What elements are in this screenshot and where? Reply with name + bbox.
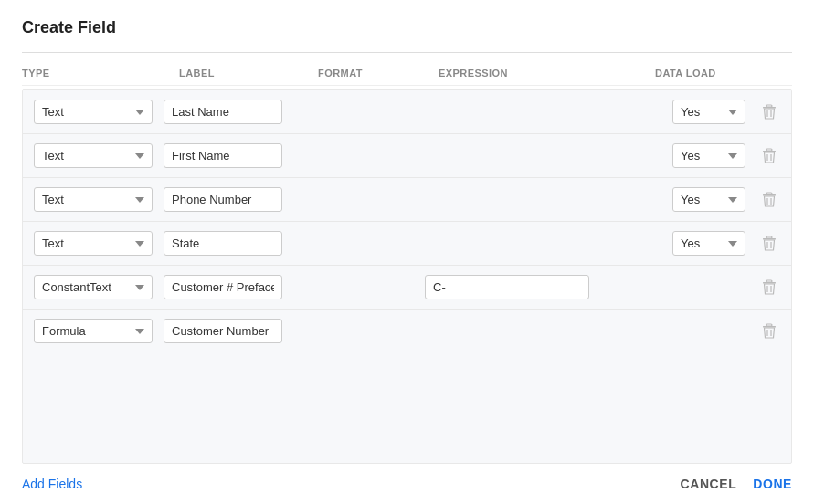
type-select-3[interactable]: TextConstantTextFormulaNumberDate [34, 187, 153, 212]
table-header: TYPE LABEL FORMAT EXPRESSION DATA LOAD [22, 60, 792, 86]
svg-rect-21 [763, 326, 776, 328]
type-select-4[interactable]: TextConstantTextFormulaNumberDate [34, 231, 153, 256]
table-row: TextConstantTextFormulaNumberDateYesNo [23, 178, 791, 222]
svg-rect-16 [766, 280, 772, 282]
dataload-cell-6 [672, 321, 780, 341]
dataload-select-4[interactable]: YesNo [672, 231, 745, 256]
delete-button-6[interactable] [758, 321, 780, 341]
delete-button-4[interactable] [758, 234, 780, 254]
label-input-1[interactable] [164, 100, 282, 124]
header-label: LABEL [179, 68, 215, 79]
svg-rect-13 [763, 238, 776, 240]
table-row: TextConstantTextFormulaNumberDate [23, 266, 791, 310]
label-input-6[interactable] [164, 319, 282, 343]
dataload-cell-1: YesNo [672, 100, 780, 124]
label-input-4[interactable] [164, 231, 282, 256]
table-row: TextConstantTextFormulaNumberDateYesNo [23, 134, 791, 178]
footer: Add Fields CANCEL DONE [22, 464, 792, 504]
dataload-cell-4: YesNo [672, 231, 780, 256]
table-row: TextConstantTextFormulaNumberDateYesNo [23, 222, 791, 266]
svg-rect-4 [766, 149, 772, 151]
svg-rect-12 [766, 236, 772, 238]
type-select-5[interactable]: TextConstantTextFormulaNumberDate [34, 275, 153, 299]
dataload-cell-3: YesNo [672, 187, 780, 212]
svg-rect-1 [763, 107, 776, 109]
header-dataload: DATA LOAD [655, 68, 716, 79]
type-select-1[interactable]: TextConstantTextFormulaNumberDate [34, 100, 153, 124]
dataload-cell-2: YesNo [672, 143, 780, 168]
delete-button-1[interactable] [758, 102, 780, 122]
cancel-button[interactable]: CANCEL [681, 477, 737, 491]
svg-rect-5 [763, 151, 776, 152]
dataload-select-1[interactable]: YesNo [672, 100, 745, 124]
rows-area: TextConstantTextFormulaNumberDateYesNo T… [22, 89, 792, 464]
dataload-select-2[interactable]: YesNo [672, 143, 745, 168]
table-row: TextConstantTextFormulaNumberDate [23, 310, 791, 352]
label-input-2[interactable] [164, 143, 282, 168]
footer-actions: CANCEL DONE [681, 477, 792, 491]
delete-button-3[interactable] [758, 190, 780, 210]
add-fields-button[interactable]: Add Fields [22, 477, 82, 491]
header-expression: EXPRESSION [439, 68, 508, 79]
expression-cell-5 [414, 275, 597, 299]
delete-button-5[interactable] [758, 278, 780, 298]
dataload-select-3[interactable]: YesNo [672, 187, 745, 212]
table-row: TextConstantTextFormulaNumberDateYesNo [23, 90, 791, 134]
title-divider [22, 52, 792, 53]
svg-rect-9 [763, 194, 776, 196]
svg-rect-20 [766, 324, 772, 326]
page-title: Create Field [22, 18, 792, 37]
header-type: TYPE [22, 68, 50, 79]
svg-rect-17 [763, 282, 776, 284]
label-input-3[interactable] [164, 187, 282, 212]
type-select-2[interactable]: TextConstantTextFormulaNumberDate [34, 143, 153, 168]
type-select-6[interactable]: TextConstantTextFormulaNumberDate [34, 319, 153, 343]
svg-rect-8 [766, 193, 772, 194]
delete-button-2[interactable] [758, 146, 780, 166]
done-button[interactable]: DONE [753, 477, 792, 491]
svg-rect-0 [766, 105, 772, 107]
header-format: FORMAT [318, 68, 363, 79]
dataload-cell-5 [672, 278, 780, 298]
expression-input-5[interactable] [425, 275, 589, 299]
label-input-5[interactable] [164, 275, 282, 299]
